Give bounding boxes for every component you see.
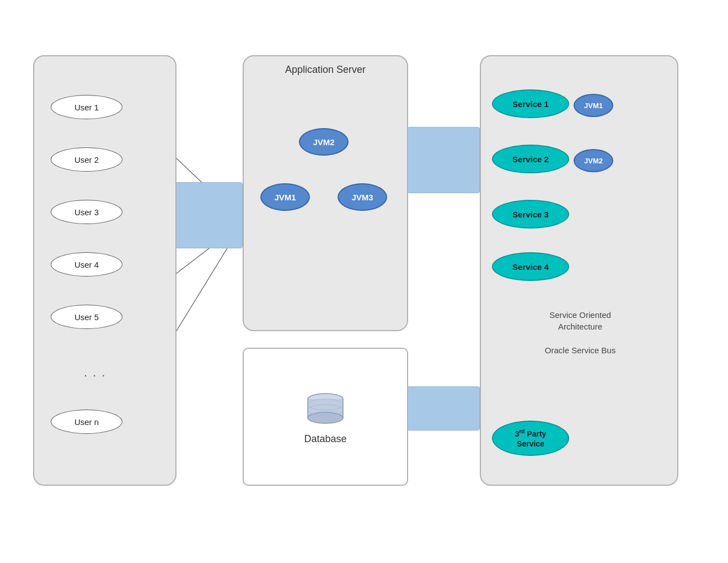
user-2-ellipse: User 2 <box>51 147 122 172</box>
osb-text: Oracle Service Bus <box>492 346 668 355</box>
app-server-panel: Application Server JVM2 JVM1 JVM3 <box>243 55 408 331</box>
diagram-container: User 1 User 2 User 3 User 4 User 5 . . .… <box>33 55 695 508</box>
jvm3-appserver: JVM3 <box>338 183 387 211</box>
service-1-ellipse: Service 1 <box>492 89 569 118</box>
jvm2-appserver: JVM2 <box>299 128 349 156</box>
users-panel: User 1 User 2 User 3 User 4 User 5 . . .… <box>33 55 176 486</box>
database-panel: Database <box>243 348 408 486</box>
services-panel: Service 1 JVM1 Service 2 JVM2 Service 3 … <box>480 55 678 486</box>
user-n-ellipse: User n <box>51 410 122 434</box>
database-icon <box>303 389 347 428</box>
user-5-ellipse: User 5 <box>51 305 122 329</box>
user-1-ellipse: User 1 <box>51 95 122 119</box>
soa-text: Service OrientedArchitecture <box>492 309 668 332</box>
app-server-title: Application Server <box>244 56 407 79</box>
user-3-ellipse: User 3 <box>51 200 122 224</box>
dots-label: . . . <box>84 365 106 380</box>
database-label: Database <box>304 433 346 445</box>
service-2-ellipse: Service 2 <box>492 145 569 173</box>
service-4-ellipse: Service 4 <box>492 252 569 281</box>
jvm1-services: JVM1 <box>574 94 613 117</box>
service-3-ellipse: Service 3 <box>492 200 569 229</box>
jvm2-services: JVM2 <box>574 149 613 172</box>
user-4-ellipse: User 4 <box>51 252 122 277</box>
blue-bar-users-appserver <box>175 182 243 248</box>
third-party-service-ellipse: 3rd PartyService <box>492 421 569 456</box>
blue-bar-db-services <box>407 386 480 431</box>
jvm1-appserver: JVM1 <box>260 183 310 211</box>
blue-bar-appserver-services <box>407 127 480 193</box>
